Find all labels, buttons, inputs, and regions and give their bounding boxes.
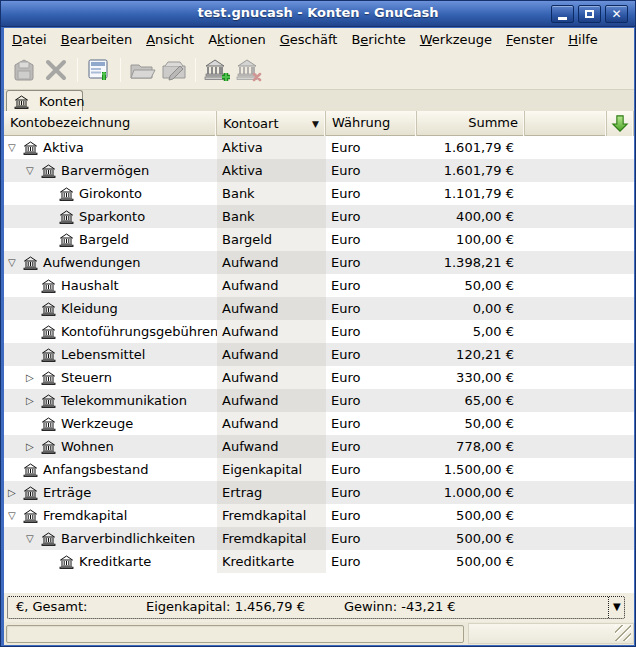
account-total: 1.398,21 € [417, 251, 525, 274]
bank-icon [41, 394, 56, 408]
account-row[interactable]: ▽ Aktiva Aktiva Euro 1.601,79 € [4, 136, 634, 159]
menu-item-aktionen[interactable]: Aktionen [201, 30, 273, 49]
account-name: Haushalt [61, 278, 119, 293]
header-kontobezeichnung[interactable]: Kontobezeichnung [4, 111, 217, 136]
menu-item-datei[interactable]: Datei [5, 30, 54, 49]
edit-account-icon [160, 57, 188, 83]
bank-icon [59, 210, 74, 224]
account-name: Steuern [61, 370, 112, 385]
bank-icon [59, 233, 74, 247]
account-row[interactable]: Girokonto Bank Euro 1.101,79 € [4, 182, 634, 205]
bank-icon [14, 95, 29, 109]
account-name: Fremdkapital [43, 508, 127, 523]
expander-icon[interactable]: ▷ [26, 441, 41, 452]
expander-icon[interactable]: ▷ [8, 487, 23, 498]
account-type: Aufwand [217, 412, 326, 435]
toolbar-separator [195, 58, 196, 82]
close-button[interactable]: ✕ [605, 5, 628, 23]
header-waehrung[interactable]: Währung [326, 111, 417, 136]
summary-dropdown-icon[interactable]: ▼ [613, 601, 621, 612]
menu-item-berichte[interactable]: Berichte [344, 30, 412, 49]
account-row[interactable]: ▷ Erträge Ertrag Euro 1.000,00 € [4, 481, 634, 504]
account-row[interactable]: Kontoführungsgebühren Aufwand Euro 5,00 … [4, 320, 634, 343]
account-type: Aufwand [217, 297, 326, 320]
account-currency: Euro [326, 504, 417, 527]
delete-account-icon [235, 57, 263, 83]
account-row[interactable]: Haushalt Aufwand Euro 50,00 € [4, 274, 634, 297]
summary-bar[interactable]: €, Gesamt: Eigenkapital: 1.456,79 € Gewi… [4, 593, 634, 622]
header-kontoart[interactable]: Kontoart ▼ [217, 111, 326, 136]
menu-item-bearbeiten[interactable]: Bearbeiten [54, 30, 139, 49]
header-summe[interactable]: Summe [417, 111, 525, 136]
account-currency: Euro [326, 389, 417, 412]
tab-strip: Konten [4, 89, 634, 111]
save-button[interactable] [8, 54, 40, 86]
new-invoice-button[interactable] [83, 54, 115, 86]
expander-icon[interactable]: ▽ [8, 142, 23, 153]
account-row[interactable]: ▷ Telekommunikation Aufwand Euro 65,00 € [4, 389, 634, 412]
bank-icon [23, 509, 38, 523]
account-name: Barvermögen [61, 163, 149, 178]
status-bar [4, 622, 634, 645]
bank-icon [23, 256, 38, 270]
edit-account-button[interactable] [158, 54, 190, 86]
account-row[interactable]: Kleidung Aufwand Euro 0,00 € [4, 297, 634, 320]
account-name: Anfangsbestand [43, 462, 149, 477]
expander-icon[interactable]: ▽ [26, 165, 41, 176]
menu-item-hilfe[interactable]: Hilfe [561, 30, 605, 49]
close-icon: ✕ [611, 8, 621, 20]
account-type: Aktiva [217, 159, 326, 182]
expander-icon[interactable]: ▷ [26, 372, 41, 383]
account-currency: Euro [326, 182, 417, 205]
bank-icon [41, 302, 56, 316]
account-type: Aufwand [217, 435, 326, 458]
account-total: 0,00 € [417, 297, 525, 320]
account-currency: Euro [326, 251, 417, 274]
account-name: Aktiva [43, 140, 84, 155]
menu-item-geschaeft[interactable]: Geschäft [273, 30, 345, 49]
account-row[interactable]: Anfangsbestand Eigenkapital Euro 1.500,0… [4, 458, 634, 481]
account-row[interactable]: ▷ Steuern Aufwand Euro 330,00 € [4, 366, 634, 389]
summary-equity: Eigenkapital: 1.456,79 € [146, 599, 305, 614]
resize-grip[interactable] [615, 625, 631, 641]
expander-icon[interactable]: ▽ [26, 533, 41, 544]
menubar: DateiBearbeitenAnsichtAktionenGeschäftBe… [4, 28, 634, 50]
account-row[interactable]: ▽ Barverbindlichkeiten Fremdkapital Euro… [4, 527, 634, 550]
minimize-button[interactable] [551, 5, 574, 23]
account-row[interactable]: Werkzeuge Aufwand Euro 50,00 € [4, 412, 634, 435]
menu-item-fenster[interactable]: Fenster [499, 30, 561, 49]
account-row[interactable]: Sparkonto Bank Euro 400,00 € [4, 205, 634, 228]
expander-icon[interactable]: ▷ [26, 395, 41, 406]
tab-konten[interactable]: Konten [6, 90, 83, 112]
new-account-button[interactable] [201, 54, 233, 86]
account-name: Kleidung [61, 301, 118, 316]
menu-item-ansicht[interactable]: Ansicht [139, 30, 201, 49]
account-total: 50,00 € [417, 412, 525, 435]
account-type: Ertrag [217, 481, 326, 504]
account-name: Telekommunikation [61, 393, 187, 408]
account-row[interactable]: Kreditkarte Kreditkarte Euro 500,00 € [4, 550, 634, 573]
account-currency: Euro [326, 228, 417, 251]
account-name: Wohnen [61, 439, 114, 454]
expander-icon[interactable]: ▽ [8, 510, 23, 521]
account-row[interactable]: Lebensmittel Aufwand Euro 120,21 € [4, 343, 634, 366]
window-controls: ✕ [551, 5, 628, 23]
account-row[interactable]: Bargeld Bargeld Euro 100,00 € [4, 228, 634, 251]
account-row[interactable]: ▷ Wohnen Aufwand Euro 778,00 € [4, 435, 634, 458]
titlebar[interactable]: test.gnucash - Konten - GnuCash ✕ [1, 1, 635, 27]
account-row[interactable]: ▽ Aufwendungen Aufwand Euro 1.398,21 € [4, 251, 634, 274]
account-name: Lebensmittel [61, 347, 145, 362]
maximize-button[interactable] [578, 5, 601, 23]
column-options-button[interactable] [607, 111, 634, 136]
account-row[interactable]: ▽ Barvermögen Aktiva Euro 1.601,79 € [4, 159, 634, 182]
account-type: Aufwand [217, 343, 326, 366]
expander-icon[interactable]: ▽ [8, 257, 23, 268]
close-page-button[interactable] [40, 54, 72, 86]
bank-icon [41, 371, 56, 385]
open-account-button[interactable] [126, 54, 158, 86]
delete-account-button[interactable] [233, 54, 265, 86]
menu-item-werkzeuge[interactable]: Werkzeuge [413, 30, 499, 49]
account-total: 5,00 € [417, 320, 525, 343]
account-currency: Euro [326, 297, 417, 320]
account-row[interactable]: ▽ Fremdkapital Fremdkapital Euro 500,00 … [4, 504, 634, 527]
